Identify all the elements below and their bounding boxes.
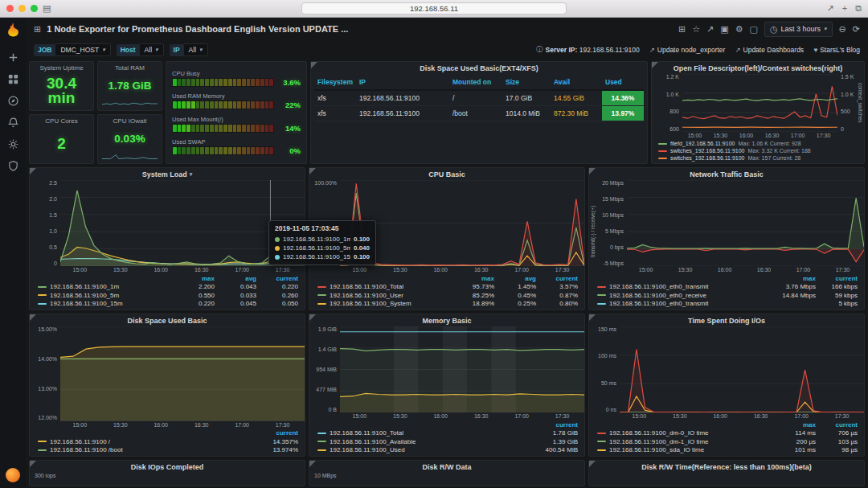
panel-info-corner[interactable] <box>589 461 596 467</box>
legend-series-name[interactable]: 192.168.56.11:9100_dm-1_IO time <box>597 438 774 445</box>
add-panel-icon[interactable]: ⊞ <box>678 24 686 35</box>
panel-info-corner[interactable] <box>309 314 316 321</box>
share-icon[interactable]: ↗ <box>826 4 833 13</box>
legend-header-max[interactable]: max <box>173 275 215 282</box>
legend-header-current[interactable]: current <box>536 421 578 429</box>
panel-info-corner[interactable] <box>30 461 36 467</box>
column-header[interactable]: Mounted on <box>449 75 502 89</box>
legend-header-avg[interactable]: avg <box>494 275 536 282</box>
cycle-view-tv-icon[interactable]: ▢ <box>750 24 758 35</box>
window-minimize-button[interactable] <box>18 5 26 12</box>
legend-series-name[interactable]: 192.168.56.11:9100 /boot <box>38 446 256 453</box>
legend-series-name[interactable]: 192.168.56.11:9100_Total <box>317 283 452 290</box>
panel-menu-caret[interactable]: ▾ <box>190 171 193 178</box>
server-admin-shield-icon[interactable] <box>7 160 19 172</box>
dashboard-link[interactable]: ↗Update Dashboards <box>735 46 804 54</box>
panel-title[interactable]: System Uptime <box>30 62 93 72</box>
dashboard-title[interactable]: 1 Node Exporter for Prometheus Dashboard… <box>47 24 348 34</box>
panel-title[interactable]: System Load▾ <box>30 168 305 180</box>
star-icon[interactable]: ☆ <box>692 24 700 35</box>
column-header[interactable]: Size <box>502 75 551 89</box>
panel-title[interactable]: CPU IOwait <box>98 115 162 125</box>
dashboard-link[interactable]: ♥StarsL's Blog <box>813 46 860 54</box>
legend-series-name[interactable]: 192.168.56.11:9100_eth0_transmit <box>597 300 774 307</box>
panel-title[interactable]: Disk R/W Data <box>309 461 584 473</box>
legend-series-name[interactable]: 192.168.56.11:9100_User <box>317 292 452 299</box>
panel-info-corner[interactable] <box>30 168 36 174</box>
time-range-picker[interactable]: ◷ Last 3 hours ▾ <box>764 22 833 37</box>
legend-series-name[interactable]: 192.168.56.11:9100_Used <box>317 446 536 453</box>
create-plus-icon[interactable] <box>7 51 19 64</box>
zoom-out-icon[interactable]: ⊖ <box>839 24 846 35</box>
variable-dropdown[interactable]: DMC_HOST▾ <box>55 43 110 56</box>
save-icon[interactable]: ▣ <box>720 24 728 35</box>
gear-icon[interactable]: ⚙ <box>735 24 743 35</box>
legend-series-name[interactable]: 192.168.56.11:9100_1m <box>38 283 173 290</box>
explore-compass-icon[interactable] <box>7 95 19 107</box>
panel-title[interactable]: Disk IOps Completed <box>30 461 305 473</box>
panel-info-corner[interactable] <box>589 168 596 174</box>
share-icon[interactable]: ↗ <box>706 24 714 35</box>
variable-dropdown[interactable]: All▾ <box>140 43 164 56</box>
new-tab-icon[interactable]: + <box>842 4 847 13</box>
address-bar[interactable]: 192.168.56.11 <box>301 2 567 14</box>
panel-title[interactable]: CPU Cores <box>30 115 93 125</box>
panel-info-corner[interactable] <box>30 314 36 321</box>
legend-series-name[interactable]: switches_192.168.56.11:9100 <box>670 148 745 154</box>
panel-title[interactable]: Total RAM <box>98 62 162 72</box>
dashboard-link[interactable]: ↗Update node_exporter <box>649 46 726 54</box>
legend-series-name[interactable]: 192.168.56.11:9100_eth0_receive <box>597 292 774 299</box>
panel-info-corner[interactable] <box>589 314 596 321</box>
legend-series-name[interactable]: 192.168.56.11:9100_dm-0_IO time <box>597 429 774 437</box>
dashboard-picker-icon[interactable]: ⊞ <box>34 24 41 35</box>
legend-series-name[interactable]: 192.168.56.11:9100_Total <box>317 429 536 437</box>
configuration-gear-icon[interactable] <box>7 138 19 150</box>
legend-header-current[interactable]: current <box>256 429 298 437</box>
x-tick-label: 15:30 <box>673 413 687 419</box>
grafana-logo-icon[interactable] <box>5 22 22 42</box>
panel-title[interactable]: Disk Space Used Basic <box>30 314 305 326</box>
legend-header-avg[interactable]: avg <box>215 275 256 282</box>
column-header[interactable]: IP <box>356 75 449 89</box>
panel-info-corner[interactable] <box>311 62 317 68</box>
column-header[interactable]: Used <box>602 75 644 89</box>
panel-title[interactable]: Disk Space Used Basic(EXT4/XFS) <box>311 62 647 74</box>
panel-info-corner[interactable] <box>652 62 658 68</box>
panel-title[interactable]: Time Spent Doing I/Os <box>589 314 864 326</box>
column-header[interactable]: Avail <box>551 75 602 89</box>
alerting-bell-icon[interactable] <box>7 117 19 129</box>
window-zoom-button[interactable] <box>31 5 38 12</box>
legend-series-name[interactable]: 192.168.56.11:9100_15m <box>38 300 173 307</box>
tabs-overview-icon[interactable]: ⧉ <box>855 4 862 13</box>
legend-series-name[interactable]: 192.168.56.11:9100_5m <box>38 292 173 299</box>
panel-title[interactable]: Memory Basic <box>309 314 584 326</box>
legend-header-current[interactable]: current <box>816 275 858 282</box>
legend-header-max[interactable]: max <box>774 275 816 282</box>
legend-series-name[interactable]: filefd_192.168.56.11:9100 <box>670 141 735 146</box>
dashboards-icon[interactable] <box>7 73 19 85</box>
legend-header-current[interactable]: current <box>536 275 578 282</box>
panel-title[interactable]: CPU Basic <box>309 168 584 180</box>
legend-header-max[interactable]: max <box>774 421 816 429</box>
variable-dropdown[interactable]: All▾ <box>184 43 208 56</box>
link-icon: ↗ <box>735 46 740 54</box>
legend-series-name[interactable]: switches_192.168.56.11:9100 <box>670 155 745 161</box>
legend-header-current[interactable]: current <box>816 421 858 429</box>
legend-series-name[interactable]: 192.168.56.11:9100_System <box>317 300 452 307</box>
window-close-button[interactable] <box>6 5 14 12</box>
panel-title[interactable]: Disk R/W Time(Reference: less than 100ms… <box>589 461 864 473</box>
panel-title[interactable]: Open File Descriptor(left)/Context switc… <box>652 62 864 74</box>
sidebar-toggle-icon[interactable]: ▤ <box>43 4 51 13</box>
legend-header-max[interactable]: max <box>452 275 494 282</box>
legend-header-current[interactable]: current <box>256 275 298 282</box>
legend-series-name[interactable]: 192.168.56.11:9100_Available <box>317 438 536 445</box>
refresh-icon[interactable]: ⟳ <box>853 24 860 35</box>
legend-series-name[interactable]: 192.168.56.11:9100_sda_IO time <box>597 446 774 453</box>
legend-series-name[interactable]: 192.168.56.11:9100_eth0_transmit <box>597 283 774 290</box>
panel-title[interactable]: Network Traffic Basic <box>589 168 864 180</box>
panel-info-corner[interactable] <box>309 168 316 174</box>
panel-info-corner[interactable] <box>309 461 316 467</box>
column-header[interactable]: Filesystem <box>314 75 356 89</box>
user-avatar[interactable] <box>6 468 20 482</box>
legend-series-name[interactable]: 192.168.56.11:9100 / <box>38 438 256 445</box>
